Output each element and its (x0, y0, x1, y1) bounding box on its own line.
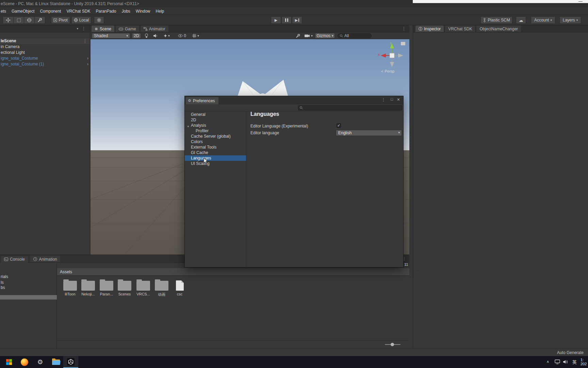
project-item-nekoji[interactable]: Nekoji... (80, 279, 97, 296)
menu-gameobject[interactable]: GameObject (9, 7, 37, 15)
prefs-item-languages[interactable]: Languages (185, 155, 246, 161)
minimize-button[interactable]: — (578, 0, 583, 4)
browser-taskbar-icon[interactable] (17, 356, 32, 368)
prefs-item-2d[interactable]: 2D (185, 117, 246, 123)
slider-knob[interactable] (391, 343, 394, 346)
grid-snap-button[interactable] (94, 16, 104, 24)
prefs-item-profiler[interactable]: Profiler (185, 128, 246, 134)
ime-indicator[interactable]: 英 (572, 359, 577, 365)
plastic-scm-button[interactable]: Plastic SCM (480, 16, 512, 24)
selected-tree-row[interactable] (0, 295, 57, 300)
shading-mode-dropdown[interactable]: Shaded ▾ (92, 33, 130, 39)
project-item-vrcs[interactable]: VRCS... (135, 279, 152, 296)
step-button[interactable]: ▶ (292, 16, 302, 24)
settings-taskbar-icon[interactable]: ⚙ (33, 356, 48, 368)
pivot-toggle[interactable]: Pivot (51, 16, 70, 24)
editor-language-checkbox[interactable]: ✓ (337, 123, 341, 128)
auto-generate-label[interactable]: Auto Generate (557, 349, 584, 356)
account-dropdown[interactable]: Account ▾ (531, 16, 555, 24)
scene-camera-dropdown[interactable]: ▾ (304, 33, 314, 39)
scene-header-row[interactable]: leScene ⋮ (0, 38, 90, 44)
tool-move-button[interactable] (3, 16, 14, 24)
scene-tabbar-more-icon[interactable]: ⋮ (402, 26, 406, 31)
tool-rect-button[interactable] (13, 16, 24, 24)
layers-dropdown[interactable]: Layers ▾ (559, 16, 581, 24)
cloud-button[interactable]: ☁ (516, 16, 526, 24)
menu-help[interactable]: Help (153, 7, 167, 15)
scene-header-more-icon[interactable]: ⋮ (83, 39, 87, 44)
hierarchy-item-label: in Camera (1, 44, 19, 49)
hierarchy-item-costume[interactable]: igne_sotai_Costume › (0, 56, 90, 61)
tab-scene[interactable]: Scene (92, 26, 114, 32)
tool-custom-button[interactable] (34, 16, 45, 24)
volume-tray-icon[interactable] (563, 359, 568, 364)
tab-inspector[interactable]: Inspector (415, 26, 444, 32)
scene-visibility-toggle[interactable]: 0 (176, 33, 188, 39)
prefs-item-analysis[interactable]: ▼ Analysis (185, 123, 246, 128)
menu-window[interactable]: Window (133, 7, 153, 15)
play-button[interactable]: ▶ (271, 16, 281, 24)
local-toggle[interactable]: Local (71, 16, 91, 24)
hierarchy-options-icon[interactable]: ▾ (77, 27, 78, 30)
menu-assets[interactable]: ets (0, 7, 9, 15)
project-item-scenes[interactable]: Scenes (116, 279, 133, 296)
tool-rotate-button[interactable] (24, 16, 35, 24)
prefs-item-colors[interactable]: Colors (185, 139, 246, 144)
thumbnail-zoom-slider[interactable] (385, 344, 401, 345)
orientation-gizmo[interactable] (378, 40, 408, 73)
favorite-item[interactable]: ls (1, 280, 4, 285)
prefs-item-external-tools[interactable]: External Tools (185, 144, 246, 150)
tab-animator[interactable]: Animator (141, 26, 168, 32)
preferences-titlebar[interactable]: ⚙ Preferences ⋮ □ × (185, 96, 403, 104)
tab-animation[interactable]: Animation (30, 256, 60, 262)
prefs-item-gi-cache[interactable]: GI Cache (185, 150, 246, 155)
prefab-arrow-icon[interactable]: › (87, 56, 88, 61)
scene-search-input[interactable]: All (338, 33, 372, 38)
scene-effects-dropdown[interactable]: ▾ (161, 33, 172, 39)
2d-toggle[interactable]: 2D (132, 33, 141, 39)
close-icon[interactable]: × (397, 97, 400, 102)
project-item-csc[interactable]: csc (171, 279, 188, 296)
gizmos-dropdown[interactable]: Gizmos ▾ (315, 33, 335, 39)
tab-vrchat-sdk[interactable]: VRChat SDK (445, 26, 475, 32)
scene-tools-button[interactable] (294, 33, 301, 39)
hierarchy-more-icon[interactable]: ⋮ (82, 26, 86, 31)
tab-game[interactable]: Game (116, 26, 139, 32)
prefs-item-ui-scaling[interactable]: UI Scaling (185, 161, 246, 166)
hierarchy-item-costume-1[interactable]: igne_sotai_Costume (1) › (0, 61, 90, 67)
prefs-item-general[interactable]: General (185, 112, 246, 117)
assets-header-bar[interactable]: Assets (57, 268, 409, 276)
scene-grid-dropdown[interactable]: ▾ (190, 33, 201, 39)
titlebar[interactable]: eScene - PC, Mac & Linux Standalone - Un… (0, 0, 588, 7)
perspective-toggle[interactable]: < Persp (381, 69, 394, 73)
tab-console[interactable]: Console (1, 256, 28, 263)
tab-objectnamechanger[interactable]: ObjectNameChanger (476, 26, 521, 32)
project-item-liltoon[interactable]: lilToon (62, 279, 79, 296)
project-item-donghua[interactable]: 动画 (153, 279, 170, 297)
scene-lighting-toggle[interactable] (143, 33, 150, 39)
preferences-search-input[interactable] (298, 105, 402, 110)
window-more-icon[interactable]: ⋮ (381, 97, 386, 102)
start-button[interactable] (1, 356, 16, 368)
tray-expand-icon[interactable]: ∧ (546, 359, 549, 364)
menu-vrchat-sdk[interactable]: VRChat SDK (64, 7, 93, 15)
explorer-taskbar-icon[interactable] (48, 356, 63, 368)
editor-language-dropdown[interactable]: English ▾ (336, 130, 402, 136)
favorite-item[interactable]: bs (1, 285, 5, 290)
menu-jobs[interactable]: Jobs (119, 7, 133, 15)
network-tray-icon[interactable] (555, 359, 560, 364)
pause-button[interactable] (281, 16, 292, 24)
prefs-item-cache-server[interactable]: Cache Server (global) (185, 134, 246, 139)
scene-audio-toggle[interactable] (152, 33, 159, 39)
taskbar-clock[interactable]: 1: 202 (581, 358, 588, 366)
unity-taskbar-icon[interactable] (63, 356, 78, 368)
prefab-arrow-icon[interactable]: › (87, 61, 88, 67)
menu-paranpado[interactable]: ParanPado (93, 7, 119, 15)
menu-component[interactable]: Component (37, 7, 64, 15)
favorite-item[interactable]: rials (1, 274, 8, 279)
project-item-paran[interactable]: Paran... (98, 279, 115, 296)
maximize-icon[interactable]: □ (391, 97, 393, 101)
hierarchy-item-camera[interactable]: in Camera (0, 44, 90, 50)
preferences-tab[interactable]: ⚙ Preferences (186, 97, 218, 104)
hierarchy-item-light[interactable]: ectional Light (0, 50, 90, 56)
